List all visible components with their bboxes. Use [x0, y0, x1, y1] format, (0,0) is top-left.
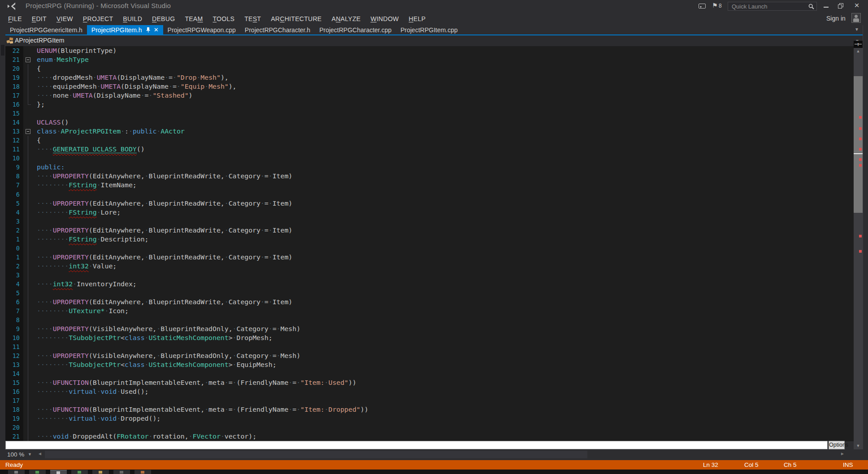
code-text[interactable]: { — [37, 136, 854, 145]
code-text[interactable] — [37, 342, 854, 351]
code-line[interactable]: 2········int32·Value; — [5, 262, 854, 271]
editor-navigation-bar[interactable]: AProjectRPGItem ▼ — [0, 35, 863, 46]
code-line[interactable]: 7········FString·ItemName; — [5, 181, 854, 190]
code-line[interactable]: 20{ — [5, 64, 854, 73]
code-line[interactable]: 6····UPROPERTY(EditAnywhere,·BlueprintRe… — [5, 297, 854, 306]
code-line[interactable]: 8 — [5, 315, 854, 324]
code-line[interactable]: 21····void·DroppedAlt(FRotator·rotation,… — [5, 432, 854, 441]
code-text[interactable]: ········TSubobjectPtr<class·UStaticMeshC… — [37, 360, 854, 369]
code-text[interactable]: ········FString·Description; — [37, 235, 854, 244]
code-text[interactable]: ····int32·InventoryIndex; — [37, 280, 854, 289]
close-tab-icon[interactable]: ✕ — [154, 26, 159, 33]
code-line[interactable]: 18····equipedMesh·UMETA(DisplayName·=·"E… — [5, 82, 854, 91]
code-line[interactable]: 18····UFUNCTION(BlueprintImplementableEv… — [5, 405, 854, 414]
tab-projectrpgitem.cpp[interactable]: ProjectRPGItem.cpp — [396, 25, 462, 34]
find-input[interactable] — [5, 441, 828, 449]
taskbar-app-button[interactable] — [71, 470, 88, 474]
menu-item-view[interactable]: VIEW — [52, 15, 78, 22]
code-text[interactable] — [37, 289, 854, 297]
editor-splitter-handle[interactable]: ↕ — [854, 41, 863, 48]
zoom-dropdown-icon[interactable]: ▼ — [28, 452, 32, 457]
code-text[interactable]: ········virtual·void·Dropped(); — [37, 414, 854, 423]
code-line[interactable]: 19········virtual·void·Dropped(); — [5, 414, 854, 423]
zoom-level-select[interactable]: 100 % — [7, 451, 24, 458]
code-line[interactable]: 22UENUM(BlueprintType) — [5, 46, 854, 55]
menu-item-window[interactable]: WINDOW — [365, 15, 404, 22]
menu-item-edit[interactable]: EDIT — [27, 15, 52, 22]
code-text[interactable]: ····UPROPERTY(EditAnywhere,·BlueprintRea… — [37, 172, 854, 181]
tab-projectrpgcharacter.h[interactable]: ProjectRPGCharacter.h — [240, 25, 315, 34]
code-line[interactable]: 4····int32·InventoryIndex; — [5, 280, 854, 289]
tab-projectrpgcharacter.cpp[interactable]: ProjectRPGCharacter.cpp — [315, 25, 396, 34]
code-line[interactable]: 9····UPROPERTY(VisibleAnywhere,·Blueprin… — [5, 324, 854, 333]
scroll-right-arrow-icon[interactable]: ► — [840, 451, 845, 456]
menu-item-project[interactable]: PROJECT — [78, 15, 118, 22]
scroll-left-arrow-icon[interactable]: ◄ — [38, 451, 42, 456]
taskbar-app-button[interactable] — [29, 470, 46, 474]
code-line[interactable]: 19····dropedMesh·UMETA(DisplayName·=·"Dr… — [5, 73, 854, 82]
code-text[interactable] — [37, 109, 854, 118]
code-text[interactable]: }; — [37, 100, 854, 109]
menu-item-debug[interactable]: DEBUG — [147, 15, 180, 22]
code-line[interactable]: 20 — [5, 423, 854, 432]
menu-item-help[interactable]: HELP — [404, 15, 431, 22]
close-button[interactable]: × — [852, 0, 861, 10]
scrollbar-thumb[interactable] — [854, 76, 863, 213]
code-text[interactable]: public: — [37, 163, 854, 172]
code-text[interactable]: ····UPROPERTY(VisibleAnywhere,·Blueprint… — [37, 324, 854, 333]
code-text[interactable]: ····UPROPERTY(EditAnywhere,·BlueprintRea… — [37, 199, 854, 208]
code-text[interactable] — [37, 190, 854, 199]
code-line[interactable]: 14 — [5, 369, 854, 378]
code-text[interactable]: UENUM(BlueprintType) — [37, 46, 854, 55]
code-line[interactable]: 7········UTexture*·Icon; — [5, 306, 854, 315]
outlining-margin[interactable] — [23, 55, 37, 64]
code-line[interactable]: 1····UPROPERTY(EditAnywhere,·BlueprintRe… — [5, 253, 854, 262]
code-text[interactable]: ····UPROPERTY(EditAnywhere,·BlueprintRea… — [37, 226, 854, 235]
code-text[interactable] — [37, 244, 854, 253]
code-line[interactable]: 4········FString·Lore; — [5, 208, 854, 217]
code-line[interactable]: 9public: — [5, 163, 854, 172]
minimize-button[interactable] — [823, 3, 829, 9]
restore-button[interactable] — [838, 3, 844, 9]
code-text[interactable]: ········int32·Value; — [37, 262, 854, 271]
sign-in-link[interactable]: Sign in — [826, 15, 846, 22]
code-line[interactable]: 17 — [5, 396, 854, 405]
notification-count[interactable]: 8 — [719, 3, 722, 9]
code-line[interactable]: 10 — [5, 154, 854, 163]
feedback-icon[interactable] — [699, 4, 706, 9]
code-text[interactable] — [37, 217, 854, 226]
menu-item-architecture[interactable]: ARCHITECTURE — [266, 15, 326, 22]
code-line[interactable]: 15 — [5, 109, 854, 118]
code-line[interactable]: 1········FString·Description; — [5, 235, 854, 244]
taskbar-app-button[interactable] — [50, 470, 67, 474]
user-avatar-icon[interactable] — [851, 13, 861, 23]
code-editor[interactable]: 22UENUM(BlueprintType)21enum·MeshType20{… — [5, 46, 854, 441]
code-line[interactable]: 10········TSubobjectPtr<class·UStaticMes… — [5, 333, 854, 342]
code-text[interactable]: ····UFUNCTION(BlueprintImplementableEven… — [37, 378, 854, 387]
menu-item-team[interactable]: TEAM — [180, 15, 208, 22]
code-line[interactable]: 8····UPROPERTY(EditAnywhere,·BlueprintRe… — [5, 172, 854, 181]
code-text[interactable]: class·AProjectRPGItem·:·public·AActor — [37, 127, 854, 136]
code-text[interactable]: ········TSubobjectPtr<class·UStaticMeshC… — [37, 333, 854, 342]
code-text[interactable]: ········FString·Lore; — [37, 208, 854, 217]
notifications-flag-icon[interactable]: ⚑ — [712, 2, 718, 9]
code-text[interactable]: ····GENERATED_UCLASS_BODY() — [37, 145, 854, 154]
code-text[interactable] — [37, 423, 854, 432]
code-text[interactable] — [37, 369, 854, 378]
menu-item-tools[interactable]: TOOLS — [208, 15, 239, 22]
navbar-scope-name[interactable]: AProjectRPGItem — [15, 37, 64, 44]
code-text[interactable]: ····UPROPERTY(EditAnywhere,·BlueprintRea… — [37, 297, 854, 306]
code-text[interactable]: enum·MeshType — [37, 55, 854, 64]
tab-projectrpgweapon.cpp[interactable]: ProjectRPGWeapon.cpp — [163, 25, 240, 34]
code-text[interactable]: ····void·DroppedAlt(FRotator·rotation,·F… — [37, 432, 854, 441]
code-text[interactable]: ····dropedMesh·UMETA(DisplayName·=·"Drop… — [37, 73, 854, 82]
menu-item-test[interactable]: TEST — [239, 15, 266, 22]
code-text[interactable]: ········virtual·void·Used(); — [37, 387, 854, 396]
code-line[interactable]: 11 — [5, 342, 854, 351]
taskbar-app-button[interactable] — [92, 470, 109, 474]
tab-projectrpgitem.h[interactable]: ProjectRPGItem.h✕ — [87, 25, 163, 34]
code-line[interactable]: 14UCLASS() — [5, 118, 854, 127]
taskbar-app-button[interactable] — [113, 470, 130, 474]
taskbar-app-button[interactable] — [135, 470, 151, 474]
code-line[interactable]: 13class·AProjectRPGItem·:·public·AActor — [5, 127, 854, 136]
